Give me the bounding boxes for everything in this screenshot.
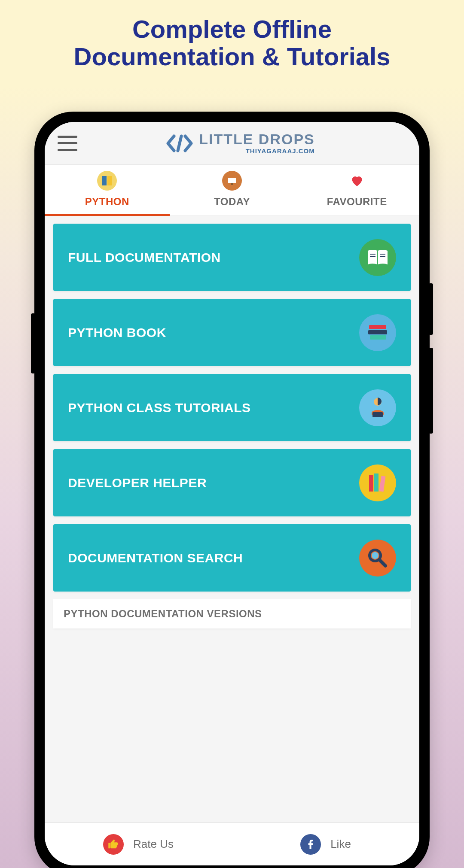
tab-today[interactable]: TODAY <box>170 165 295 215</box>
phone-frame: LITTLE DROPS THIYAGARAAJ.COM PYTHON TODA… <box>34 112 430 868</box>
facebook-icon <box>300 834 321 855</box>
bottom-bar: Rate Us Like <box>45 822 419 865</box>
svg-rect-12 <box>370 335 386 340</box>
hero-title: Complete Offline Documentation & Tutoria… <box>0 0 464 70</box>
svg-rect-11 <box>368 330 387 334</box>
card-developer-helper[interactable]: DEVELOPER HELPER <box>53 449 411 516</box>
card-title: DOCUMENTATION SEARCH <box>68 551 243 565</box>
svg-line-0 <box>178 136 181 151</box>
phone-side-button <box>429 283 433 335</box>
magnifier-icon <box>359 540 396 577</box>
brand-subtitle: THIYAGARAAJ.COM <box>246 147 315 155</box>
books-stack-icon <box>359 314 396 351</box>
tab-label: PYTHON <box>85 196 129 208</box>
brand-title: LITTLE DROPS <box>199 132 315 146</box>
phone-side-button <box>429 348 433 434</box>
svg-rect-17 <box>379 476 386 492</box>
card-title: PYTHON CLASS TUTORIALS <box>68 401 250 415</box>
thumbs-up-icon <box>103 834 124 855</box>
section-heading: PYTHON DOCUMENTATION VERSIONS <box>53 599 411 628</box>
svg-rect-1 <box>102 176 107 185</box>
content-area: FULL DOCUMENTATION PYTHON BOOK PYTHON CL… <box>45 216 419 822</box>
bottom-label: Like <box>330 838 351 851</box>
tab-label: TODAY <box>214 196 250 208</box>
svg-rect-15 <box>369 475 373 492</box>
app-header: LITTLE DROPS THIYAGARAAJ.COM <box>45 122 419 165</box>
phone-screen: LITTLE DROPS THIYAGARAAJ.COM PYTHON TODA… <box>45 122 419 865</box>
svg-rect-16 <box>374 473 379 492</box>
card-documentation-search[interactable]: DOCUMENTATION SEARCH <box>53 524 411 592</box>
hamburger-menu-button[interactable] <box>58 136 77 151</box>
code-brackets-icon <box>166 134 193 153</box>
card-python-class-tutorials[interactable]: PYTHON CLASS TUTORIALS <box>53 374 411 441</box>
card-title: FULL DOCUMENTATION <box>68 250 221 265</box>
heart-icon <box>347 171 367 191</box>
tab-label: FAVOURITE <box>327 196 387 208</box>
svg-rect-2 <box>107 176 112 185</box>
svg-point-19 <box>372 552 379 559</box>
phone-side-button <box>31 313 35 373</box>
book-open-icon <box>359 239 396 276</box>
svg-line-20 <box>379 560 385 566</box>
person-laptop-icon <box>359 389 396 426</box>
like-button[interactable]: Like <box>232 823 419 865</box>
today-tab-icon <box>222 171 242 191</box>
tab-python[interactable]: PYTHON <box>45 165 170 215</box>
bottom-label: Rate Us <box>133 838 174 851</box>
svg-rect-14 <box>372 412 383 417</box>
books-upright-icon <box>359 464 396 501</box>
svg-rect-10 <box>369 325 386 329</box>
svg-rect-4 <box>231 183 233 185</box>
card-title: PYTHON BOOK <box>68 325 166 340</box>
card-full-documentation[interactable]: FULL DOCUMENTATION <box>53 224 411 291</box>
rate-us-button[interactable]: Rate Us <box>45 823 232 865</box>
tab-favourite[interactable]: FAVOURITE <box>294 165 419 215</box>
tab-bar: PYTHON TODAY FAVOURITE <box>45 165 419 216</box>
svg-rect-3 <box>228 178 236 183</box>
card-title: DEVELOPER HELPER <box>68 476 207 490</box>
brand-logo[interactable]: LITTLE DROPS THIYAGARAAJ.COM <box>95 132 387 155</box>
python-tab-icon <box>97 171 117 191</box>
card-python-book[interactable]: PYTHON BOOK <box>53 299 411 366</box>
